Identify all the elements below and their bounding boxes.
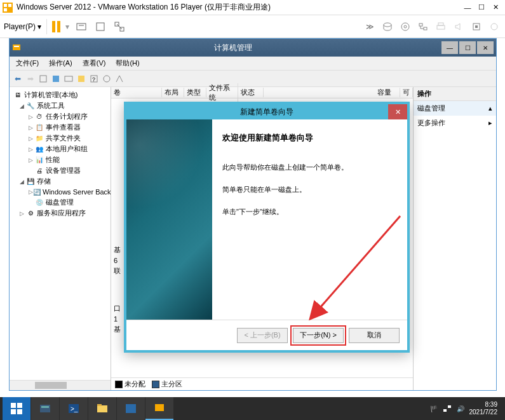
- col-layout[interactable]: 布局: [162, 88, 184, 97]
- svg-rect-22: [14, 46, 19, 47]
- tree-panel: 🖥计算机管理(本地) ◢🔧系统工具 ▷⏱任务计划程序 ▷📋事件查看器 ▷📁共享文…: [10, 87, 111, 390]
- disk-info-2: 口1基: [114, 303, 121, 335]
- network-icon[interactable]: [416, 20, 430, 34]
- forward-icon[interactable]: ➡: [25, 73, 36, 85]
- mgmt-close-button[interactable]: ✕: [477, 41, 494, 54]
- svg-rect-5: [97, 23, 104, 30]
- printer-icon[interactable]: [434, 20, 448, 34]
- menu-help[interactable]: 帮助(H): [112, 57, 143, 69]
- svg-rect-3: [77, 24, 86, 30]
- tray-network-icon[interactable]: [443, 404, 452, 413]
- wizard-close-button[interactable]: ✕: [388, 104, 407, 119]
- menu-view[interactable]: 查看(V): [79, 57, 110, 69]
- tray-sound-icon[interactable]: 🔊: [457, 405, 464, 412]
- menu-action[interactable]: 操作(A): [45, 57, 76, 69]
- help-icon[interactable]: ?: [88, 73, 100, 85]
- tray-clock[interactable]: 8:39 2021/7/22: [469, 401, 498, 416]
- tree-disk-mgmt[interactable]: 💿磁盘管理: [11, 197, 109, 208]
- chevron-up-icon: ▴: [488, 104, 492, 112]
- list-icon[interactable]: [76, 73, 87, 85]
- taskbar-powershell[interactable]: >_: [60, 397, 88, 420]
- vmware-titlebar: Windows Server 2012 - VMware Workstation…: [0, 0, 505, 15]
- col-type[interactable]: 类型: [184, 88, 206, 97]
- vmware-logo-icon: [3, 3, 13, 13]
- svg-rect-12: [419, 24, 422, 26]
- mgmt-icon: [12, 43, 22, 53]
- col-fs[interactable]: 文件系统: [206, 83, 238, 102]
- svg-rect-31: [11, 403, 16, 408]
- tree-shared-folders[interactable]: ▷📁共享文件夹: [11, 133, 109, 144]
- mgmt-title: 计算机管理: [26, 43, 440, 53]
- tree-storage[interactable]: ◢💾存储: [11, 176, 109, 187]
- system-tray: 🏴 🔊 8:39 2021/7/22: [430, 401, 503, 416]
- sound-icon[interactable]: [452, 20, 466, 34]
- up-icon[interactable]: [37, 73, 49, 85]
- svg-rect-34: [17, 409, 22, 414]
- svg-rect-26: [78, 76, 84, 82]
- col-free[interactable]: 可: [400, 88, 413, 97]
- taskbar-computer-mgmt[interactable]: [145, 397, 173, 420]
- connect-icon[interactable]: ≫: [363, 20, 377, 34]
- fullscreen-icon[interactable]: [93, 20, 107, 34]
- cd-icon[interactable]: [398, 20, 412, 34]
- actions-disk-mgmt[interactable]: 磁盘管理▴: [414, 101, 496, 116]
- close-button[interactable]: ✕: [488, 2, 502, 13]
- actions-more[interactable]: 更多操作▸: [414, 116, 496, 130]
- vmware-title: Windows Server 2012 - VMware Workstation…: [17, 2, 461, 13]
- refresh-icon[interactable]: [63, 73, 74, 85]
- wizard-titlebar[interactable]: 新建简单卷向导 ✕: [126, 104, 407, 119]
- svg-point-10: [401, 23, 409, 30]
- mgmt-maximize-button[interactable]: ☐: [459, 41, 476, 54]
- mgmt-titlebar: 计算机管理 — ☐ ✕: [10, 39, 496, 57]
- start-button[interactable]: [3, 397, 30, 420]
- taskbar-server-manager[interactable]: [31, 397, 59, 420]
- disk-icon[interactable]: [380, 20, 394, 34]
- mgmt-minimize-button[interactable]: —: [441, 41, 458, 54]
- toolbar-icon-a[interactable]: [101, 73, 112, 85]
- toolbar-icon-b[interactable]: [114, 73, 125, 85]
- minimize-button[interactable]: —: [461, 2, 475, 13]
- tree-local-users[interactable]: ▷👥本地用户和组: [11, 144, 109, 154]
- wizard-next-button[interactable]: 下一步(N) >: [293, 328, 344, 343]
- wizard-content: 欢迎使用新建简单卷向导 此向导帮助你在磁盘上创建一个简单卷。 简单卷只能在单一磁…: [212, 119, 407, 320]
- tree-performance[interactable]: ▷📊性能: [11, 154, 109, 165]
- tree-scrollbar[interactable]: [10, 380, 111, 390]
- tree-wsb[interactable]: ▷🔄Windows Server Back: [11, 187, 109, 197]
- svg-rect-39: [97, 405, 107, 412]
- svg-rect-41: [126, 404, 136, 413]
- tray-flag-icon[interactable]: 🏴: [430, 405, 438, 412]
- svg-text:?: ?: [92, 76, 95, 83]
- wizard-cancel-button[interactable]: 取消: [349, 328, 400, 343]
- send-ctrl-alt-del-icon[interactable]: [74, 20, 88, 34]
- svg-rect-33: [11, 409, 16, 414]
- pause-icon[interactable]: [52, 21, 60, 32]
- taskbar-app[interactable]: [117, 397, 145, 420]
- settings-icon[interactable]: [487, 20, 501, 34]
- col-volume[interactable]: 卷: [111, 88, 162, 97]
- svg-rect-43: [443, 409, 447, 412]
- tree-system-tools[interactable]: ◢🔧系统工具: [11, 100, 109, 111]
- svg-rect-0: [4, 4, 7, 7]
- tree-event-viewer[interactable]: ▷📋事件查看器: [11, 122, 109, 133]
- mgmt-menubar: 文件(F) 操作(A) 查看(V) 帮助(H): [10, 57, 496, 71]
- column-headers: 卷 布局 类型 文件系统 状态 容量 可: [111, 87, 413, 98]
- svg-rect-32: [17, 403, 22, 408]
- player-menu[interactable]: Player(P) ▾: [4, 22, 41, 31]
- tree-root[interactable]: 🖥计算机管理(本地): [11, 90, 109, 100]
- maximize-button[interactable]: ☐: [475, 2, 488, 13]
- unity-icon[interactable]: [112, 20, 126, 34]
- col-capacity[interactable]: 容量: [375, 88, 400, 97]
- svg-point-11: [404, 25, 407, 28]
- svg-point-20: [491, 24, 497, 30]
- taskbar-explorer[interactable]: [88, 397, 116, 420]
- tree-task-scheduler[interactable]: ▷⏱任务计划程序: [11, 111, 109, 122]
- usb-icon[interactable]: [469, 20, 483, 34]
- svg-rect-19: [475, 25, 478, 28]
- col-status[interactable]: 状态: [238, 88, 264, 97]
- svg-rect-44: [448, 405, 451, 408]
- menu-file[interactable]: 文件(F): [12, 57, 43, 69]
- back-icon[interactable]: ⬅: [12, 73, 24, 85]
- properties-icon[interactable]: [50, 73, 62, 85]
- tree-device-manager[interactable]: 🖨设备管理器: [11, 165, 109, 176]
- tree-services-apps[interactable]: ▷⚙服务和应用程序: [11, 208, 109, 219]
